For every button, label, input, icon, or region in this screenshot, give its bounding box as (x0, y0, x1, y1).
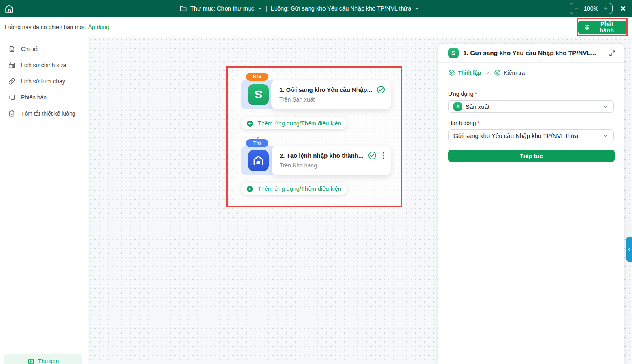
folder-breadcrumb-label: Thư mục: Chọn thư mục (190, 5, 254, 12)
publish-button[interactable]: Phát hành (578, 21, 626, 34)
app-select-value: Sản xuất (466, 103, 599, 110)
top-bar: Thư mục: Chọn thư mục | Luồng: Gửi sang … (0, 0, 632, 17)
flow-breadcrumb-label: Luồng: Gửi sang kho Yêu cầu Nhập kho TP/… (271, 5, 411, 12)
run-history-icon (8, 78, 15, 85)
home-button[interactable] (0, 0, 18, 17)
action-select[interactable]: Gửi sang kho Yêu cầu Nhập kho TP/NVL thừ… (448, 129, 614, 142)
zoom-out-button[interactable]: − (575, 5, 578, 12)
add-step-label: Thêm ứng dụng/Thêm điều kiện (258, 186, 341, 192)
connector-line (258, 129, 258, 138)
publish-button-label: Phát hành (593, 21, 621, 34)
chevron-down-icon (257, 6, 263, 11)
step-1-body: 1. Gửi sang kho Yêu cầu Nhập... Trên Sản… (271, 80, 391, 109)
sidebar-item-label: Lịch sử chỉnh sửa (21, 62, 66, 68)
panel-title: 1. Gửi sang kho Yêu cầu Nhập kho TP/NVL.… (463, 49, 604, 57)
sub-header: Luồng này đã có phiên bản mới. Áp dụng (0, 17, 632, 37)
trigger-badge: Khi (246, 73, 268, 81)
step-2-subtitle: Trên Kho hàng (280, 162, 385, 169)
action-field-label: Hành động* (448, 120, 614, 126)
plus-circle-icon (247, 120, 253, 127)
publish-highlight-box: Phát hành (577, 18, 628, 36)
step-2-body: 2. Tạo lệnh nhập kho thành... Trên Kho h… (272, 146, 391, 175)
sidebar-item-label: Phiên bản (21, 94, 47, 101)
add-step-button-1[interactable]: Thêm ứng dụng/Thêm điều kiện (241, 117, 347, 129)
connector-line (258, 109, 258, 118)
required-asterisk: * (475, 91, 477, 97)
collapse-icon (28, 358, 34, 364)
panel-header: 1. Gửi sang kho Yêu cầu Nhập kho TP/NVL.… (438, 44, 624, 63)
add-step-button-2[interactable]: Thêm ứng dụng/Thêm điều kiện (241, 183, 347, 195)
version-notice-text: Luồng này đã có phiên bản mới. (5, 24, 86, 30)
panel-form: Ứng dụng* Sản xuất Hành động* Gửi sang k… (438, 83, 624, 162)
check-circle-icon (494, 69, 501, 76)
action-select-value: Gửi sang kho Yêu cầu Nhập kho TP/NVL thừ… (453, 132, 599, 139)
sidebar-item-label: Lịch sử lượt chạy (21, 78, 65, 85)
globe-icon (584, 24, 590, 30)
panel-collapse-handle[interactable] (626, 237, 632, 262)
folder-icon (179, 5, 187, 13)
step-card-1[interactable]: 1. Gửi sang kho Yêu cầu Nhập... Trên Sản… (241, 80, 391, 109)
chevron-left-icon (627, 247, 631, 252)
step-2-title: 2. Tạo lệnh nhập kho thành... (280, 152, 364, 159)
sidebar-item-design-summary[interactable]: Tóm tắt thiết kế luồng (0, 106, 88, 122)
sidebar-item-label: Chi tiết (21, 46, 39, 52)
sidebar-item-details[interactable]: Chi tiết (0, 41, 88, 57)
action-badge: Thì (246, 139, 268, 147)
tab-setup[interactable]: Thiết lập (448, 69, 481, 76)
flow-breadcrumb[interactable]: Luồng: Gửi sang kho Yêu cầu Nhập kho TP/… (271, 5, 419, 12)
chevron-down-icon (603, 133, 609, 139)
sidebar-item-versions[interactable]: Phiên bản (0, 89, 88, 106)
document-icon (8, 45, 15, 53)
versions-icon (8, 94, 15, 101)
production-app-icon (248, 84, 269, 105)
app-select[interactable]: Sản xuất (448, 100, 614, 113)
zoom-level: 100% (584, 5, 598, 12)
check-circle-icon (448, 69, 455, 76)
folder-breadcrumb[interactable]: Thư mục: Chọn thư mục (179, 5, 263, 13)
tab-separator: > (486, 70, 489, 76)
zoom-in-button[interactable]: + (604, 5, 608, 12)
tab-setup-label: Thiết lập (458, 70, 481, 76)
version-notice: Luồng này đã có phiên bản mới. Áp dụng (5, 17, 109, 37)
check-circle-icon (376, 85, 385, 94)
app-field-label: Ứng dụng* (448, 91, 614, 97)
sidebar-item-run-history[interactable]: Lịch sử lượt chạy (0, 73, 88, 89)
step-1-title: 1. Gửi sang kho Yêu cầu Nhập... (279, 86, 372, 93)
panel-step-tabs: Thiết lập > Kiểm tra (438, 63, 624, 83)
warehouse-app-icon (248, 150, 269, 171)
step-config-panel: 1. Gửi sang kho Yêu cầu Nhập kho TP/NVL.… (438, 44, 624, 364)
collapse-sidebar-button[interactable]: Thu gọn (4, 354, 82, 364)
close-button[interactable]: ✕ (617, 3, 629, 14)
expand-icon[interactable] (609, 49, 616, 57)
step-card-2[interactable]: 2. Tạo lệnh nhập kho thành... Trên Kho h… (241, 146, 391, 175)
calendar-history-icon (8, 61, 15, 69)
summary-icon (8, 110, 15, 117)
home-icon (4, 4, 14, 14)
step-2-menu-button[interactable] (381, 151, 386, 160)
left-sidebar: Chi tiết Lịch sử chỉnh sửa Lịch sử lượt … (0, 37, 88, 364)
chevron-down-icon (414, 6, 419, 11)
continue-button[interactable]: Tiếp tục (448, 150, 615, 162)
breadcrumb-separator: | (266, 5, 268, 12)
add-step-label: Thêm ứng dụng/Thêm điều kiện (258, 120, 341, 127)
step-2-icon-well (241, 146, 276, 175)
tab-test[interactable]: Kiểm tra (494, 69, 525, 76)
breadcrumb: Thư mục: Chọn thư mục | Luồng: Gửi sang … (179, 0, 419, 17)
plus-circle-icon (247, 186, 253, 193)
sidebar-item-edit-history[interactable]: Lịch sử chỉnh sửa (0, 57, 88, 73)
check-circle-icon (368, 151, 377, 160)
required-asterisk: * (477, 120, 479, 126)
production-app-icon (448, 48, 459, 58)
zoom-control: − 100% + (570, 3, 613, 14)
step-1-icon-well (241, 80, 275, 109)
collapse-button-label: Thu gọn (38, 358, 59, 364)
chevron-down-icon (603, 104, 609, 110)
tab-test-label: Kiểm tra (504, 70, 525, 76)
sidebar-item-label: Tóm tắt thiết kế luồng (21, 110, 76, 117)
apply-link[interactable]: Áp dụng (88, 24, 109, 30)
production-app-icon (453, 102, 462, 111)
step-1-subtitle: Trên Sản xuất (279, 96, 385, 103)
